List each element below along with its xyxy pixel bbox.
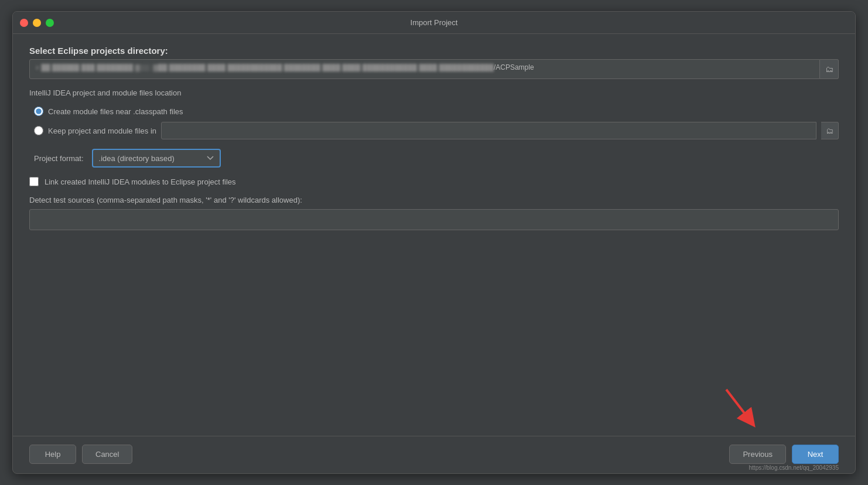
project-format-select[interactable]: .idea (directory based) .ipr (file based… [92, 149, 221, 168]
module-location-section: IntelliJ IDEA project and module files l… [29, 88, 839, 139]
directory-path-input[interactable]: ir ██ ██████ ███ ████████ ▓▒▒░▓██ ██████… [29, 59, 820, 79]
radio-row-option1: Create module files near .classpath file… [29, 107, 839, 116]
next-button[interactable]: Next [792, 445, 839, 464]
title-bar: Import Project [13, 12, 855, 34]
section-title: Select Eclipse projects directory: ir ██… [29, 46, 839, 79]
link-checkbox-row: Link created IntelliJ IDEA modules to Ec… [29, 177, 839, 186]
directory-input-row: ir ██ ██████ ███ ████████ ▓▒▒░▓██ ██████… [29, 59, 839, 79]
directory-browse-button[interactable]: 🗂 [820, 59, 839, 79]
detect-sources-label: Detect test sources (comma-separated pat… [29, 196, 839, 204]
maximize-button[interactable] [46, 19, 54, 27]
project-format-row: Project format: .idea (directory based) … [29, 149, 839, 168]
help-button[interactable]: Help [29, 445, 76, 464]
radio-option1[interactable] [34, 107, 43, 116]
close-button[interactable] [20, 19, 28, 27]
minimize-button[interactable] [33, 19, 41, 27]
detect-sources-input[interactable] [29, 209, 839, 230]
window-title: Import Project [411, 18, 458, 27]
radio-option2[interactable] [34, 126, 43, 135]
watermark-text: https://blog.csdn.net/qq_20042935 [749, 464, 839, 471]
traffic-lights [20, 19, 54, 27]
link-checkbox-label: Link created IntelliJ IDEA modules to Ec… [45, 177, 236, 186]
import-project-window: Import Project Select Eclipse projects d… [12, 11, 856, 474]
main-content: Select Eclipse projects directory: ir ██… [13, 34, 855, 436]
bottom-bar: Help Cancel Previous Next https://blog.c… [13, 436, 855, 473]
module-location-path-input[interactable] [161, 122, 816, 139]
previous-button[interactable]: Previous [729, 445, 786, 464]
module-location-browse-button[interactable]: 🗂 [821, 122, 839, 139]
path-obscured: ir ██ ██████ ███ ████████ ▓▒▒░▓██ ██████… [36, 64, 494, 71]
link-checkbox[interactable] [29, 177, 39, 186]
radio-option2-label: Keep project and module files in [48, 127, 156, 135]
bottom-right-buttons: Previous Next [729, 445, 839, 464]
spacer [29, 240, 839, 424]
bottom-left-buttons: Help Cancel [29, 445, 132, 464]
radio-row-option2: Keep project and module files in 🗂 [29, 122, 839, 139]
radio-option1-label: Create module files near .classpath file… [48, 107, 183, 116]
cancel-button[interactable]: Cancel [82, 445, 132, 464]
module-location-label: IntelliJ IDEA project and module files l… [29, 88, 839, 97]
detect-sources-section: Detect test sources (comma-separated pat… [29, 196, 839, 230]
path-end: /ACPSample [494, 63, 534, 71]
project-format-label: Project format: [34, 154, 84, 163]
